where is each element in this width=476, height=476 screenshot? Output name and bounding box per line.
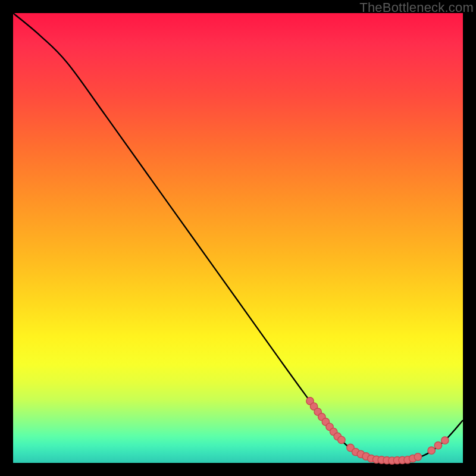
plot-area — [13, 13, 463, 463]
data-dot — [428, 447, 435, 454]
data-dot — [414, 453, 421, 461]
bottleneck-curve-svg — [13, 13, 463, 463]
bottleneck-curve — [13, 13, 463, 461]
watermark-text: TheBottleneck.com — [359, 0, 476, 15]
chart-frame: TheBottleneck.com — [0, 0, 476, 476]
data-dot — [434, 442, 441, 449]
data-dot — [441, 437, 449, 444]
data-dot — [338, 436, 345, 443]
